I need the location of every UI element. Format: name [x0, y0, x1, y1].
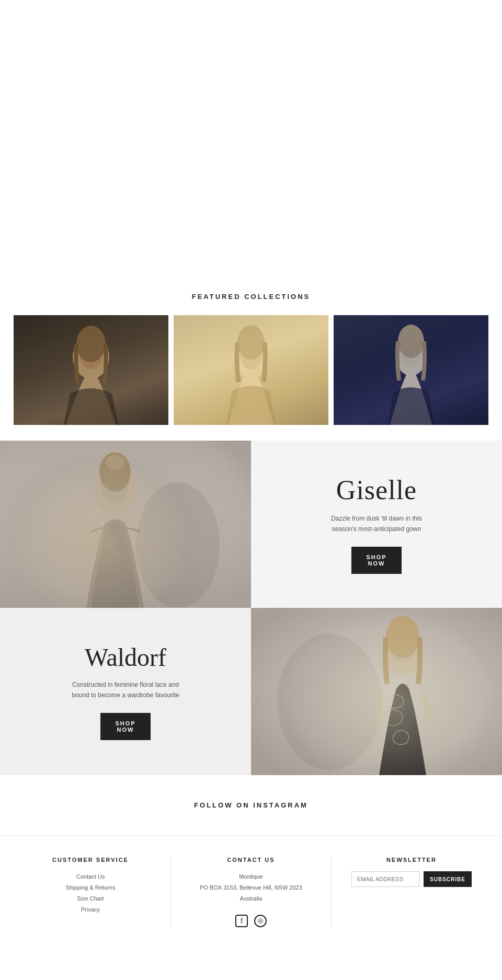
svg-point-11: [101, 466, 129, 501]
giselle-shop-button[interactable]: SHOPNOW: [351, 547, 401, 574]
svg-point-23: [390, 630, 416, 663]
collection-item-2[interactable]: [174, 315, 328, 425]
footer-newsletter: NEWSLETTER SUBSCRIBE: [332, 857, 492, 887]
footer-contact: CONTACT US Montique PO BOX 3153, Bellevu…: [170, 857, 332, 927]
newsletter-email-input[interactable]: [351, 871, 419, 887]
waldorf-description: Constructed in feminine floral lace and …: [65, 680, 186, 700]
svg-point-2: [76, 326, 106, 362]
giselle-image: [0, 441, 251, 608]
svg-point-12: [99, 452, 131, 492]
collection-item-3[interactable]: [334, 315, 488, 425]
instagram-icon[interactable]: ◎: [254, 915, 267, 927]
collection-item-1[interactable]: [14, 315, 168, 425]
waldorf-shop-button[interactable]: SHOPNOW: [100, 713, 150, 740]
footer-link-privacy[interactable]: Privacy: [10, 904, 170, 915]
svg-point-8: [398, 325, 424, 358]
svg-point-10: [94, 460, 136, 515]
hero-blank: [0, 0, 502, 272]
waldorf-name: Waldorf: [85, 643, 166, 672]
footer-customer-service: CUSTOMER SERVICE Contact Us Shipping & R…: [10, 857, 170, 915]
contact-brand: Montique: [171, 871, 331, 882]
newsletter-title: NEWSLETTER: [332, 857, 492, 863]
giselle-section: Giselle Dazzle from dusk 'til dawn in th…: [0, 441, 502, 608]
footer-link-shipping[interactable]: Shipping & Returns: [10, 882, 170, 893]
svg-rect-9: [0, 441, 251, 608]
waldorf-content: Waldorf Constructed in feminine floral l…: [0, 608, 251, 775]
svg-point-22: [383, 625, 423, 675]
svg-point-13: [106, 455, 124, 470]
giselle-name: Giselle: [336, 475, 417, 505]
featured-collections-title: FEATURED COLLECTIONS: [10, 293, 492, 301]
svg-point-17: [107, 560, 108, 562]
footer: CUSTOMER SERVICE Contact Us Shipping & R…: [0, 835, 502, 943]
giselle-content: Giselle Dazzle from dusk 'til dawn in th…: [251, 441, 502, 608]
subscribe-button[interactable]: SUBSCRIBE: [424, 871, 472, 887]
waldorf-image: [251, 608, 502, 775]
svg-point-19: [136, 482, 220, 608]
svg-point-14: [109, 544, 111, 546]
instagram-section: FOLLOW ON INSTAGRAM: [0, 775, 502, 825]
svg-rect-20: [251, 608, 502, 775]
newsletter-row: SUBSCRIBE: [332, 871, 492, 887]
footer-link-size[interactable]: Size Chart: [10, 893, 170, 904]
facebook-icon[interactable]: f: [235, 915, 248, 927]
customer-service-title: CUSTOMER SERVICE: [10, 857, 170, 863]
waldorf-section: Waldorf Constructed in feminine floral l…: [0, 608, 502, 775]
collection-grid: [10, 315, 492, 425]
svg-point-16: [123, 539, 126, 541]
giselle-description: Dazzle from dusk 'til dawn in this seaso…: [324, 514, 429, 534]
contact-country: Australia: [171, 893, 331, 904]
featured-collections-section: FEATURED COLLECTIONS: [0, 272, 502, 435]
svg-point-21: [277, 634, 382, 770]
svg-point-5: [237, 325, 265, 360]
contact-us-title: CONTACT US: [171, 857, 331, 863]
instagram-title: FOLLOW ON INSTAGRAM: [10, 801, 492, 809]
svg-point-15: [117, 552, 119, 554]
social-icons: f ◎: [171, 915, 331, 927]
footer-link-contact[interactable]: Contact Us: [10, 871, 170, 882]
contact-address: PO BOX 3153, Bellevue Hill, NSW 2023: [171, 882, 331, 893]
svg-point-24: [386, 616, 419, 658]
svg-point-18: [129, 565, 131, 567]
